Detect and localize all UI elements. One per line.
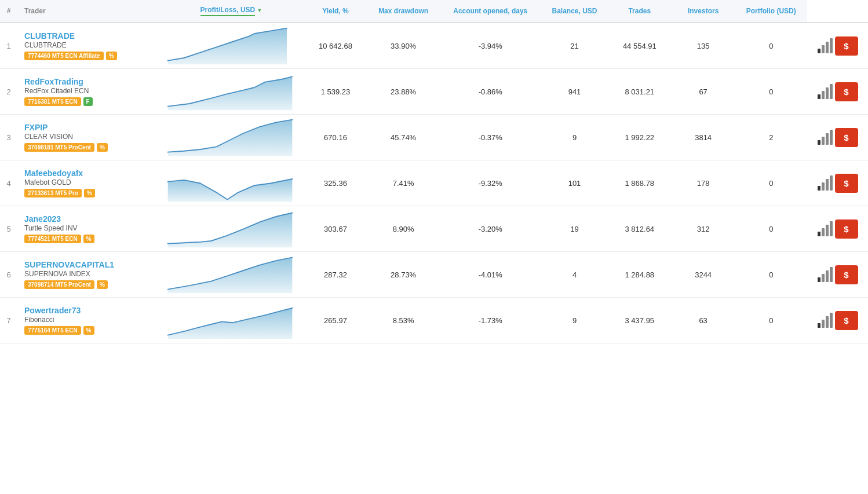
account-badge: 27133613 MT5 Pro <box>24 189 82 197</box>
invest-button[interactable]: $ <box>835 128 858 147</box>
account-days-cell: 4 <box>541 252 608 298</box>
balance-cell: 3 812.64 <box>608 206 672 252</box>
account-badge: 7775164 MT5 ECN <box>24 326 81 335</box>
invest-button[interactable]: $ <box>835 82 858 101</box>
chart-cell <box>159 252 304 298</box>
col-trades[interactable]: Trades <box>608 0 672 23</box>
investors-cell: 0 <box>735 298 807 343</box>
rank-cell: 6 <box>0 252 17 298</box>
badge-percent: % <box>106 52 117 60</box>
pnl-cell: 325.36 <box>304 160 367 206</box>
col-pnl-label: Profit/Loss, USD <box>200 6 256 16</box>
table-header-row: # Trader Profit/Loss, USD Yield, % Max d… <box>0 0 868 23</box>
yield-cell: 33.90% <box>367 23 439 69</box>
traders-table-container: # Trader Profit/Loss, USD Yield, % Max d… <box>0 0 868 343</box>
investors-cell: 0 <box>735 69 807 115</box>
investors-cell: 0 <box>735 160 807 206</box>
col-trader[interactable]: Trader <box>17 0 159 23</box>
yield-cell: 23.88% <box>367 69 439 115</box>
svg-marker-0 <box>168 28 287 65</box>
chart-cell <box>159 23 304 69</box>
mini-bar-chart <box>818 313 833 328</box>
col-account-days[interactable]: Account opened, days <box>439 0 541 23</box>
invest-button[interactable]: $ <box>835 36 858 56</box>
investors-cell: 0 <box>735 252 807 298</box>
mini-bar-chart <box>818 267 833 282</box>
trades-cell: 67 <box>672 69 735 115</box>
trader-name-link[interactable]: Powertrader73 <box>24 306 154 315</box>
pnl-cell: 10 642.68 <box>304 23 367 69</box>
invest-button[interactable]: $ <box>835 174 858 193</box>
invest-button[interactable]: $ <box>835 219 858 239</box>
trader-name-link[interactable]: FXPIP <box>24 123 154 132</box>
maxdd-cell: -1.73% <box>439 298 541 343</box>
trader-cell: Jane2023 Turtle Speed INV 7774521 MT5 EC… <box>17 206 159 252</box>
maxdd-cell: -3.20% <box>439 206 541 252</box>
account-badge: 7774521 MT5 ECN <box>24 235 81 243</box>
yield-cell: 28.73% <box>367 252 439 298</box>
rank-cell: 5 <box>0 206 17 252</box>
badge-percent: % <box>83 326 94 335</box>
chart-cell <box>159 206 304 252</box>
investors-cell: 0 <box>735 23 807 69</box>
balance-cell: 44 554.91 <box>608 23 672 69</box>
table-row: 6 SUPERNOVACAPITAL1 SUPERNOVA INDEX 3709… <box>0 252 868 298</box>
traders-table: # Trader Profit/Loss, USD Yield, % Max d… <box>0 0 868 343</box>
portfolio-mini-cell: $ <box>812 36 863 56</box>
rank-cell: 2 <box>0 69 17 115</box>
mini-bar-chart <box>818 130 833 145</box>
account-days-cell: 21 <box>541 23 608 69</box>
trader-sub: SUPERNOVA INDEX <box>24 270 90 278</box>
portfolio-cell: $ <box>807 115 868 160</box>
account-days-cell: 941 <box>541 69 608 115</box>
trader-sub: Fibonacci <box>24 316 54 324</box>
maxdd-cell: -0.86% <box>439 69 541 115</box>
trader-name-link[interactable]: SUPERNOVACAPITAL1 <box>24 260 154 269</box>
badge-percent: % <box>83 235 94 243</box>
col-pnl[interactable]: Profit/Loss, USD <box>159 0 304 23</box>
portfolio-mini-cell: $ <box>812 311 863 330</box>
badge-percent: % <box>97 280 108 289</box>
balance-cell: 1 868.78 <box>608 160 672 206</box>
trader-name-link[interactable]: RedFoxTrading <box>24 77 154 86</box>
account-badge: 37098181 MT5 ProCent <box>24 143 94 152</box>
trader-name-link[interactable]: Jane2023 <box>24 214 154 224</box>
trader-cell: RedFoxTrading RedFox Citadel ECN 7716381… <box>17 69 159 115</box>
chart-cell <box>159 115 304 160</box>
portfolio-cell: $ <box>807 206 868 252</box>
chart-cell <box>159 69 304 115</box>
portfolio-cell: $ <box>807 160 868 206</box>
portfolio-cell: $ <box>807 298 868 343</box>
col-yield[interactable]: Yield, % <box>304 0 367 23</box>
account-badge: 7774460 MT5 ECN Affiliate <box>24 52 104 60</box>
col-portfolio[interactable]: Portfolio (USD) <box>735 0 807 23</box>
col-maxdd[interactable]: Max drawdown <box>367 0 439 23</box>
account-days-cell: 9 <box>541 298 608 343</box>
mini-bar-chart <box>818 221 833 236</box>
trader-cell: Powertrader73 Fibonacci 7775164 MT5 ECN … <box>17 298 159 343</box>
invest-button[interactable]: $ <box>835 311 858 330</box>
invest-button[interactable]: $ <box>835 265 858 284</box>
col-investors[interactable]: Investors <box>672 0 735 23</box>
mini-bar-chart <box>818 38 833 53</box>
trader-name-link[interactable]: CLUBTRADE <box>24 31 154 41</box>
maxdd-cell: -4.01% <box>439 252 541 298</box>
mini-bar-chart <box>818 175 833 191</box>
balance-cell: 3 437.95 <box>608 298 672 343</box>
trades-cell: 63 <box>672 298 735 343</box>
trader-name-link[interactable]: Mafeebedoyafx <box>24 169 154 178</box>
trades-cell: 312 <box>672 206 735 252</box>
maxdd-cell: -0.37% <box>439 115 541 160</box>
badge-row: 37098714 MT5 ProCent % <box>24 280 154 289</box>
account-days-cell: 101 <box>541 160 608 206</box>
chart-cell <box>159 160 304 206</box>
account-days-cell: 9 <box>541 115 608 160</box>
pnl-cell: 1 539.23 <box>304 69 367 115</box>
yield-cell: 8.53% <box>367 298 439 343</box>
portfolio-cell: $ <box>807 69 868 115</box>
badge-percent: % <box>84 189 95 197</box>
yield-cell: 8.90% <box>367 206 439 252</box>
col-balance[interactable]: Balance, USD <box>541 0 608 23</box>
badge-extra: F <box>83 97 93 106</box>
yield-cell: 45.74% <box>367 115 439 160</box>
